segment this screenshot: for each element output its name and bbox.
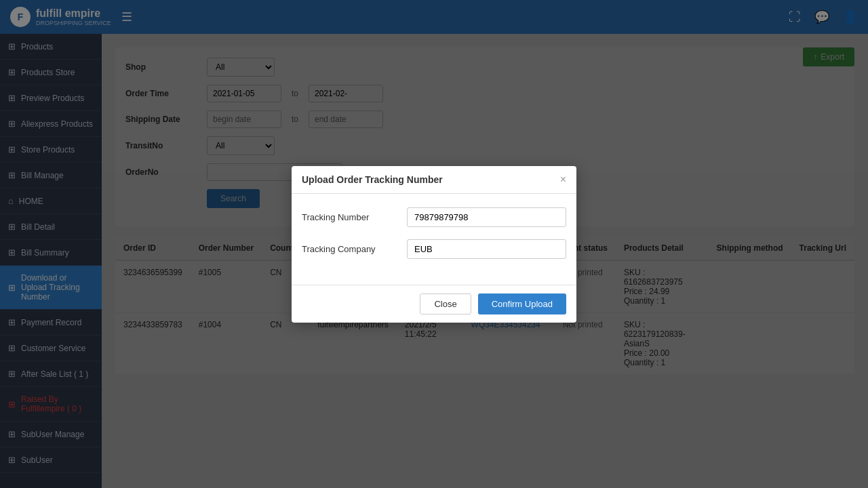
modal-overlay: Upload Order Tracking Number × Tracking … bbox=[0, 0, 868, 488]
upload-tracking-modal: Upload Order Tracking Number × Tracking … bbox=[292, 166, 576, 323]
tracking-company-input[interactable] bbox=[407, 239, 566, 259]
modal-close-button[interactable]: Close bbox=[420, 293, 471, 314]
tracking-number-label: Tracking Number bbox=[302, 212, 397, 222]
tracking-company-field: Tracking Company bbox=[302, 239, 566, 259]
confirm-upload-button[interactable]: Confirm Upload bbox=[478, 293, 566, 314]
modal-title: Upload Order Tracking Number bbox=[302, 174, 443, 185]
tracking-company-label: Tracking Company bbox=[302, 244, 397, 254]
modal-footer: Close Confirm Upload bbox=[292, 285, 576, 323]
tracking-number-field: Tracking Number bbox=[302, 207, 566, 227]
tracking-number-input[interactable] bbox=[407, 207, 566, 227]
modal-body: Tracking Number Tracking Company bbox=[292, 194, 576, 285]
modal-close-x-button[interactable]: × bbox=[560, 174, 566, 185]
modal-header: Upload Order Tracking Number × bbox=[292, 166, 576, 194]
